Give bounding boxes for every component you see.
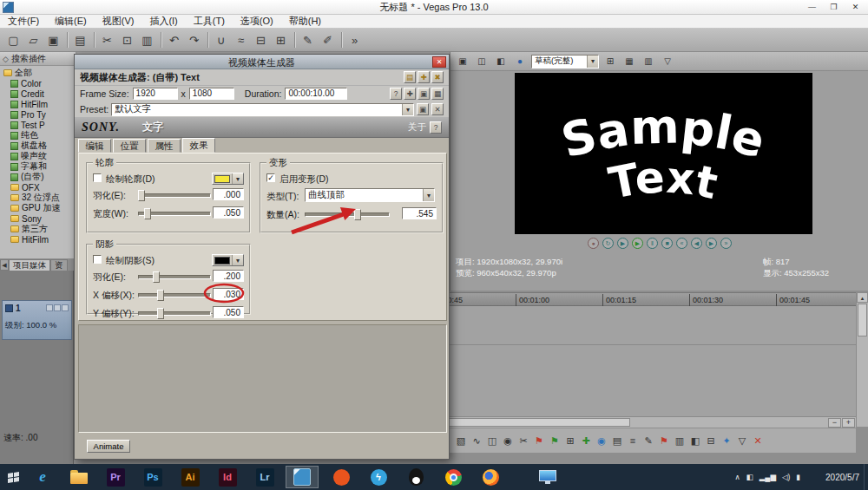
scroll-up-icon[interactable]: ▴: [857, 292, 868, 303]
taskbar-qq[interactable]: [399, 466, 432, 488]
shadow-x-offset-value[interactable]: .030: [213, 288, 244, 300]
deform-amount-slider[interactable]: [305, 212, 390, 217]
taskbar-ie[interactable]: e: [26, 466, 59, 488]
previous-frame-button[interactable]: ◀: [691, 238, 702, 249]
plugin-search-header[interactable]: ◇ 搜索插件: [0, 52, 76, 66]
play-button[interactable]: ▶: [632, 238, 643, 249]
plugin-tree-item[interactable]: 第三方: [2, 224, 76, 234]
plugin-tree-item[interactable]: Color: [2, 78, 76, 88]
taskbar-illustrator[interactable]: Ai: [174, 466, 207, 488]
track-buttons[interactable]: [46, 304, 69, 311]
menu-edit[interactable]: 编辑(E): [47, 15, 95, 28]
save-project-icon[interactable]: ▣: [43, 30, 63, 49]
zoom-tool-icon[interactable]: ◉: [500, 433, 516, 448]
delete-icon[interactable]: ✕: [750, 433, 766, 448]
new-project-icon[interactable]: ▢: [3, 30, 23, 49]
split-screen-view-button[interactable]: ◧: [493, 55, 509, 69]
chevron-down-icon[interactable]: [402, 104, 413, 115]
outline-feather-slider[interactable]: [138, 193, 211, 198]
record-button[interactable]: ●: [588, 238, 599, 249]
auto-ripple-icon[interactable]: ≈: [231, 30, 251, 49]
undo-icon[interactable]: ↶: [164, 30, 184, 49]
blue-dot-icon[interactable]: ◉: [594, 433, 609, 448]
plugin-tree-item[interactable]: Sony: [2, 213, 76, 224]
tab-scroll-left-button[interactable]: ◀: [0, 259, 9, 271]
taskbar-my-computer[interactable]: [531, 466, 564, 488]
shadow-color-button[interactable]: [212, 254, 244, 266]
dialog-close-button[interactable]: ✕: [432, 56, 446, 68]
paste-icon[interactable]: ▥: [137, 30, 157, 49]
start-button[interactable]: [3, 467, 23, 487]
hidden-icons-button[interactable]: ∧: [735, 473, 740, 481]
go-to-end-button[interactable]: »: [720, 238, 732, 249]
chevron-down-icon[interactable]: [232, 173, 243, 184]
red-marker-icon[interactable]: ⚑: [531, 433, 547, 448]
slider-thumb[interactable]: [354, 209, 361, 220]
add-icon[interactable]: ✚: [578, 433, 594, 448]
plugin-tree-item[interactable]: GPU 加速: [2, 203, 76, 213]
plugin-tree-item[interactable]: 棋盘格: [2, 140, 76, 151]
lock-envelopes-icon[interactable]: ⊟: [251, 30, 271, 49]
enable-deformation-checkbox[interactable]: [266, 173, 275, 182]
maximize-button[interactable]: ❐: [823, 1, 845, 14]
list-icon[interactable]: ≡: [625, 433, 641, 448]
plugin-tree-item[interactable]: Credit: [2, 88, 76, 99]
tab-edit[interactable]: 编辑: [78, 139, 111, 153]
menu-insert[interactable]: 插入(I): [141, 15, 185, 28]
plugin-help-button[interactable]: ?: [430, 121, 442, 134]
network-icon[interactable]: ▂▄▆: [760, 473, 776, 481]
plugin-tree-item[interactable]: 32 位浮点: [2, 193, 76, 203]
pan-crop-icon[interactable]: ⊞: [562, 433, 578, 448]
next-frame-button[interactable]: ▶: [706, 238, 717, 249]
menu-help[interactable]: 帮助(H): [281, 15, 329, 28]
preview-device-button[interactable]: ▣: [455, 55, 470, 69]
down-icon[interactable]: ▽: [734, 433, 750, 448]
plugin-tree-item[interactable]: 纯色: [2, 130, 76, 140]
minimize-button[interactable]: —: [801, 1, 823, 14]
vertical-scroll-thumb[interactable]: [858, 304, 867, 336]
slider-thumb[interactable]: [153, 271, 160, 283]
tab-project-media[interactable]: 项目媒体: [9, 259, 50, 271]
copy-snapshot-button[interactable]: ▥: [641, 55, 656, 69]
taskbar-lightroom[interactable]: Lr: [248, 466, 281, 488]
outline-width-slider[interactable]: [138, 212, 211, 216]
split-event-icon[interactable]: ✂: [516, 433, 531, 448]
insert-plugin-button[interactable]: ✚: [418, 71, 430, 83]
selection-tool-icon[interactable]: ◫: [484, 433, 500, 448]
normal-edit-tool-icon[interactable]: ✎: [298, 30, 318, 49]
tab-properties[interactable]: 属性: [148, 139, 181, 153]
pencil-icon[interactable]: ✎: [641, 433, 656, 448]
save-settings-button[interactable]: ▣: [418, 88, 430, 100]
plugin-tree-item[interactable]: 全部: [2, 68, 76, 78]
plugin-tree-item[interactable]: Pro Ty: [2, 109, 76, 120]
go-to-start-button[interactable]: «: [676, 238, 687, 249]
open-project-icon[interactable]: ▱: [23, 30, 43, 49]
plugin-tree-item[interactable]: HitFilm: [2, 234, 76, 245]
help-button[interactable]: ?: [390, 88, 402, 100]
taskbar-firefox[interactable]: [474, 466, 507, 488]
plugin-tree-item[interactable]: HitFilm: [2, 99, 76, 109]
taskbar-premiere[interactable]: Pr: [99, 466, 132, 488]
deformation-type-select[interactable]: 曲线顶部: [305, 188, 435, 202]
tab-effects[interactable]: 效果: [182, 138, 215, 153]
taskbar-thunder[interactable]: ϟ: [362, 466, 395, 488]
tab-position[interactable]: 位置: [113, 139, 146, 153]
animate-button[interactable]: Animate: [87, 440, 130, 453]
flag-icon[interactable]: ⚑: [656, 433, 672, 448]
shadow-feather-slider[interactable]: [138, 275, 211, 279]
copy-icon[interactable]: ⊡: [117, 30, 137, 49]
outline-color-button[interactable]: [212, 173, 244, 185]
chevron-down-icon[interactable]: [232, 255, 243, 265]
cut-icon[interactable]: ✂: [97, 30, 117, 49]
taskbar-clock[interactable]: 2020/5/7: [825, 464, 859, 490]
save-snapshot-button[interactable]: ▽: [660, 55, 675, 69]
chevron-down-icon[interactable]: [423, 189, 434, 201]
preview-quality-select[interactable]: 草稿(完整): [531, 55, 599, 69]
taskbar-app-orange[interactable]: [325, 466, 358, 488]
menu-file[interactable]: 文件(F): [0, 15, 47, 28]
layout-button[interactable]: ▦: [431, 88, 444, 100]
stop-button[interactable]: ■: [661, 238, 673, 249]
preview-quality-dot-icon[interactable]: ●: [512, 55, 528, 69]
taskbar-photoshop[interactable]: Ps: [136, 466, 169, 488]
enable-snapping-icon[interactable]: ∪: [211, 30, 231, 49]
